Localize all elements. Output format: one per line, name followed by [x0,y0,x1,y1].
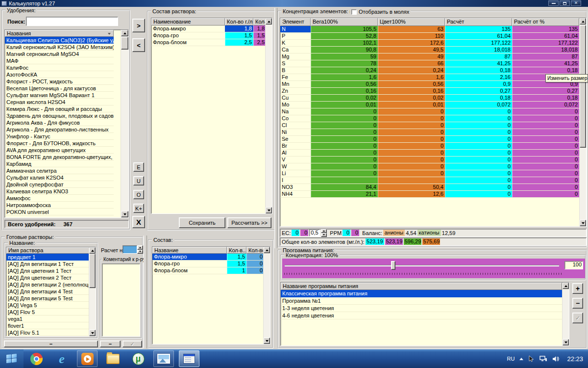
fertilizer-list-item[interactable]: Сульфат калия K2SO4 [5,174,114,181]
element-name[interactable]: W [280,163,311,170]
volume-icon[interactable] [552,356,559,362]
hidden-icons-icon[interactable] [519,358,523,360]
language-indicator[interactable]: RU [507,356,515,362]
taskbar-calculator-app-button[interactable] [179,350,199,367]
element-name[interactable]: Fe [280,74,311,81]
calc-value[interactable]: 0 [445,170,512,177]
element-name[interactable]: Cl [280,122,311,129]
fertilizers-scrollbar[interactable] [121,30,128,217]
concentration-slider[interactable]: 100 [282,259,585,278]
fertilizer-list-item[interactable]: POKON universel [5,209,114,215]
vega-value[interactable] [311,177,378,184]
calc-value[interactable]: 0 [445,157,512,163]
vega-value[interactable]: 0 [311,157,378,163]
element-name[interactable]: P [280,33,311,40]
solution-list-item[interactable]: [AQ] Flov 5 [6,309,90,315]
u-button[interactable]: U [133,176,144,185]
element-name[interactable]: N [280,26,311,33]
cvet-value[interactable]: 0,01 [378,102,445,108]
calc-pct-value[interactable]: 0 [512,170,579,177]
composition-name[interactable]: Флора-блоом [152,267,227,274]
add-to-solution-button[interactable]: > [132,19,145,32]
cvet-value[interactable]: 50,4 [378,184,445,191]
calc-pct-value[interactable]: 87 [512,53,579,60]
calc-pct-value[interactable]: 0,18 [512,67,579,74]
calc-pct-value[interactable]: 0,18 [512,95,579,102]
elements-scrollbar[interactable] [579,18,586,226]
calc-for-input[interactable] [122,245,137,254]
solution-list-item[interactable]: flover1 [6,322,90,329]
minimize-button[interactable] [548,0,559,6]
save-button[interactable]: Сохранить [179,217,225,228]
program-list-item[interactable]: 4-6 неделя цветения [281,312,562,319]
calc-value[interactable]: 0 [445,115,512,122]
column-header[interactable]: Кол-в... [227,247,246,254]
calc-value[interactable]: 0 [445,122,512,129]
vega-value[interactable]: 0 [311,122,378,129]
vega-value[interactable]: 0,56 [311,81,378,88]
calc-pct-value[interactable]: 0 [512,143,579,150]
scroll-down-icon[interactable] [563,339,569,345]
calc-pct-value[interactable]: 0 [512,184,579,191]
fertilizer-list-item[interactable]: МАФ [5,57,114,64]
column-header[interactable]: Расчёт от % [512,18,579,26]
slider-track[interactable] [285,265,559,266]
cvet-value[interactable]: 66 [378,60,445,67]
solution-list-item[interactable]: [AQ] Для цветения 1 Тест [6,267,90,274]
calc-pct-value[interactable]: 0 [512,122,579,129]
scroll-up-icon[interactable] [121,30,128,36]
clear-button[interactable]: X [132,216,145,228]
vega-value[interactable]: 0 [311,163,378,170]
calc-value[interactable]: 0 [445,143,512,150]
element-name[interactable]: Mn [280,81,311,88]
element-name[interactable]: Ni [280,129,311,136]
program-list-item[interactable]: Классическая программа питания [281,290,562,297]
solution-name[interactable]: Флора-микро [151,26,225,32]
scroll-up-icon[interactable] [264,247,270,253]
scroll-down-icon[interactable] [264,338,270,344]
calc-pct-value[interactable]: 0 [512,191,579,198]
concentration-value-input[interactable]: 100 [564,261,583,269]
fertilizer-list-item[interactable]: Двойной суперфосфат [5,181,114,188]
calc-pct-value[interactable]: 61,04 [512,33,579,40]
fertilizer-list-item[interactable]: Агрикола - Для декоративно-лиственных [5,126,114,133]
element-name[interactable]: K [280,40,311,47]
column-header[interactable]: Кол-во г./л. [225,18,253,26]
calc-pct-value[interactable]: 18,018 [512,47,579,53]
solution-list-item[interactable]: [AQ] Для цветения 2 Тест [6,274,90,281]
fertilizer-list-item[interactable]: Магний сернокислый MgSO4 [5,51,114,57]
calc-pct-value[interactable]: 0 [512,177,579,184]
cvet-value[interactable]: 0 [378,122,445,129]
taskbar-media-player-button[interactable] [77,350,98,367]
taskbar-chrome-button[interactable] [26,350,47,367]
element-name[interactable]: Co [280,115,311,122]
element-name[interactable]: Cu [280,95,311,102]
element-name[interactable]: Mg [280,53,311,60]
vega-value[interactable]: 78 [311,60,378,67]
calc-pct-value[interactable]: 0 [512,108,579,115]
o-button[interactable]: O [133,190,144,199]
k-plus-button[interactable]: K+ [133,204,144,213]
qty2-cell[interactable]: 0 [246,254,264,261]
column-header[interactable]: Вега100% [311,18,378,26]
fertilizer-list-item[interactable]: Унифлор - Кактус [5,133,114,140]
vega-value[interactable]: 0,02 [311,95,378,102]
start-button[interactable] [0,349,24,368]
element-name[interactable]: V [280,157,311,163]
element-name[interactable]: B [280,67,311,74]
vega-value[interactable]: 0,01 [311,102,378,108]
element-name[interactable]: NO3 [280,184,311,191]
program-scrollbar[interactable] [562,283,569,345]
program-list-item[interactable]: Программа №1 [281,297,562,305]
fertilizer-list-item[interactable]: Веселая Цветочница - для кактусов [5,85,114,92]
search-input[interactable] [26,17,118,26]
apply-program-button[interactable]: ✓ [572,313,583,323]
network-icon[interactable] [539,356,547,362]
element-name[interactable]: Mo [280,102,311,108]
calc-value[interactable]: 87 [445,53,512,60]
calc-pct-value[interactable]: 41,25 [512,60,579,67]
calc-value[interactable]: 0 [445,184,512,191]
vega-value[interactable]: 0 [311,150,378,157]
fertilizer-list-item[interactable]: Сульфат магния MgSO4 Вариант 1 [5,92,114,99]
vega-value[interactable]: 0 [311,115,378,122]
